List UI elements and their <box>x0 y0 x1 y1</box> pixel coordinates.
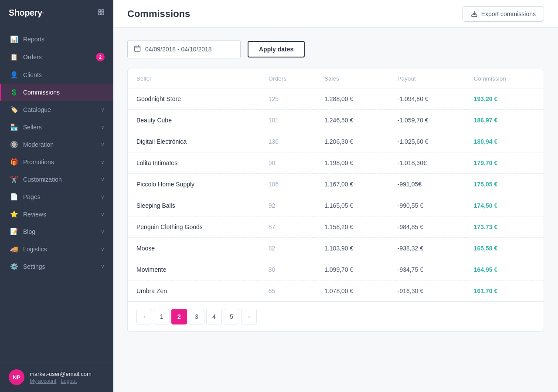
seller-name-cell: Sleeping Balls <box>128 195 260 216</box>
reviews-chevron-icon: ∨ <box>101 211 105 217</box>
moderation-chevron-icon: ∨ <box>101 142 105 148</box>
footer-links: My account Logout <box>30 378 92 384</box>
orders-cell: 125 <box>260 88 316 110</box>
orders-cell: 92 <box>260 195 316 216</box>
col-header-orders: Orders <box>260 69 316 88</box>
pagination-prev[interactable]: ‹ <box>136 309 152 324</box>
pagination-page-5[interactable]: 5 <box>224 309 239 324</box>
pagination-next[interactable]: › <box>241 309 257 324</box>
commission-cell: 186,97 € <box>465 110 544 131</box>
sidebar-item-customization[interactable]: ✂️Customization∨ <box>0 171 113 188</box>
footer-info: market-user@email.com My account Logout <box>30 371 92 384</box>
blog-chevron-icon: ∨ <box>101 229 105 235</box>
payout-cell: -1.025,60 € <box>389 131 465 152</box>
orders-cell: 90 <box>260 152 316 174</box>
table-row: Moose821.103,90 €-938,32 €165,58 € <box>128 238 544 259</box>
sidebar-item-reports[interactable]: 📊Reports <box>0 30 113 48</box>
sales-cell: 1.165,05 € <box>316 195 389 216</box>
sidebar-item-label-blog: Blog <box>23 228 35 235</box>
sales-cell: 1.246,50 € <box>316 110 389 131</box>
sidebar-item-sellers[interactable]: 🏪Sellers∨ <box>0 118 113 136</box>
logistics-icon: 🚚 <box>10 245 18 253</box>
commission-cell: 174,50 € <box>465 195 544 216</box>
orders-cell: 136 <box>260 131 316 152</box>
sidebar-item-moderation[interactable]: 🔘Moderation∨ <box>0 136 113 153</box>
date-filter: 04/09/2018 - 04/10/2018 Apply dates <box>127 40 544 58</box>
sidebar-header: Shopery· <box>0 0 113 26</box>
pagination-page-2[interactable]: 2 <box>171 309 187 324</box>
sidebar-item-label-commissions: Commissions <box>23 89 60 96</box>
catalogue-icon: 🏷️ <box>10 106 18 114</box>
col-header-commission: Commission <box>465 69 544 88</box>
sidebar-item-label-customization: Customization <box>23 176 62 183</box>
sales-cell: 1.206,30 € <box>316 131 389 152</box>
sales-cell: 1.103,90 € <box>316 238 389 259</box>
orders-icon: 📋 <box>10 53 18 61</box>
main-header: Commissions Export commissions <box>113 0 558 28</box>
table-row: Sleeping Balls921.165,05 €-990,55 €174,5… <box>128 195 544 216</box>
orders-cell: 82 <box>260 238 316 259</box>
date-range-input[interactable]: 04/09/2018 - 04/10/2018 <box>127 40 241 58</box>
payout-cell: -1.094,80 € <box>389 88 465 110</box>
settings-icon: ⚙️ <box>10 263 18 270</box>
table-header-row: SellerOrdersSalesPayoutCommission <box>128 69 544 88</box>
svg-rect-1 <box>102 10 104 12</box>
sidebar-item-logistics[interactable]: 🚚Logistics∨ <box>0 240 113 258</box>
seller-name-cell: Goodnight Store <box>128 88 260 110</box>
clients-icon: 👤 <box>10 71 18 79</box>
commission-cell: 165,58 € <box>465 238 544 259</box>
sales-cell: 1.198,00 € <box>316 152 389 174</box>
logout-link[interactable]: Logout <box>61 378 77 384</box>
orders-cell: 65 <box>260 280 316 302</box>
svg-rect-2 <box>99 13 101 15</box>
apply-dates-button[interactable]: Apply dates <box>248 41 305 57</box>
table-row: Goodnight Store1251.288,00 €-1.094,80 €1… <box>128 88 544 110</box>
col-header-sales: Sales <box>316 69 389 88</box>
promotions-chevron-icon: ∨ <box>101 159 105 165</box>
col-header-payout: Payout <box>389 69 465 88</box>
orders-badge: 2 <box>96 53 105 61</box>
sidebar-item-clients[interactable]: 👤Clients <box>0 66 113 84</box>
orders-cell: 87 <box>260 216 316 238</box>
sidebar-item-orders[interactable]: 📋Orders2 <box>0 48 113 66</box>
sales-cell: 1.167,00 € <box>316 174 389 195</box>
export-icon <box>471 10 478 17</box>
sidebar-item-reviews[interactable]: ⭐Reviews∨ <box>0 206 113 223</box>
orders-cell: 80 <box>260 259 316 280</box>
sidebar-item-blog[interactable]: 📝Blog∨ <box>0 223 113 240</box>
seller-name-cell: Penguin Clothing Goods <box>128 216 260 238</box>
pagination-page-3[interactable]: 3 <box>189 309 204 324</box>
commission-cell: 193,20 € <box>465 88 544 110</box>
export-commissions-button[interactable]: Export commissions <box>463 6 544 22</box>
sidebar-item-commissions[interactable]: 💲Commissions <box>0 84 113 101</box>
sidebar-item-label-catalogue: Catalogue <box>23 106 51 113</box>
sidebar-item-catalogue[interactable]: 🏷️Catalogue∨ <box>0 101 113 118</box>
sidebar-item-label-pages: Pages <box>23 193 41 200</box>
sidebar-footer: NP market-user@email.com My account Logo… <box>0 362 113 392</box>
sidebar: Shopery· 📊Reports📋Orders2👤Clients💲Commis… <box>0 0 113 392</box>
table-row: Beauty Cube1011.246,50 €-1.059,70 €186,9… <box>128 110 544 131</box>
payout-cell: -990,55 € <box>389 195 465 216</box>
svg-rect-3 <box>102 13 104 15</box>
commissions-icon: 💲 <box>10 88 18 96</box>
date-range-text: 04/09/2018 - 04/10/2018 <box>145 46 212 53</box>
expand-icon[interactable] <box>98 9 105 17</box>
payout-cell: -1.059,70 € <box>389 110 465 131</box>
seller-name-cell: Digitail Electrónica <box>128 131 260 152</box>
pagination-page-4[interactable]: 4 <box>206 309 222 324</box>
seller-name-cell: Beauty Cube <box>128 110 260 131</box>
sales-cell: 1.158,20 € <box>316 216 389 238</box>
sidebar-item-label-logistics: Logistics <box>23 246 47 253</box>
commission-cell: 175,05 € <box>465 174 544 195</box>
sidebar-item-promotions[interactable]: 🎁Promotions∨ <box>0 153 113 171</box>
main-content: Commissions Export commissions 04/09/201… <box>113 0 558 392</box>
sidebar-item-pages[interactable]: 📄Pages∨ <box>0 188 113 206</box>
reviews-icon: ⭐ <box>10 210 18 218</box>
my-account-link[interactable]: My account <box>30 378 56 384</box>
table-row: Piccolo Home Supply1061.167,00 €-991,05€… <box>128 174 544 195</box>
sidebar-item-settings[interactable]: ⚙️Settings∨ <box>0 258 113 275</box>
pagination-page-1[interactable]: 1 <box>154 309 170 324</box>
app-logo: Shopery· <box>9 8 44 18</box>
payout-cell: -1.018,30€ <box>389 152 465 174</box>
sidebar-item-label-reports: Reports <box>23 36 44 43</box>
